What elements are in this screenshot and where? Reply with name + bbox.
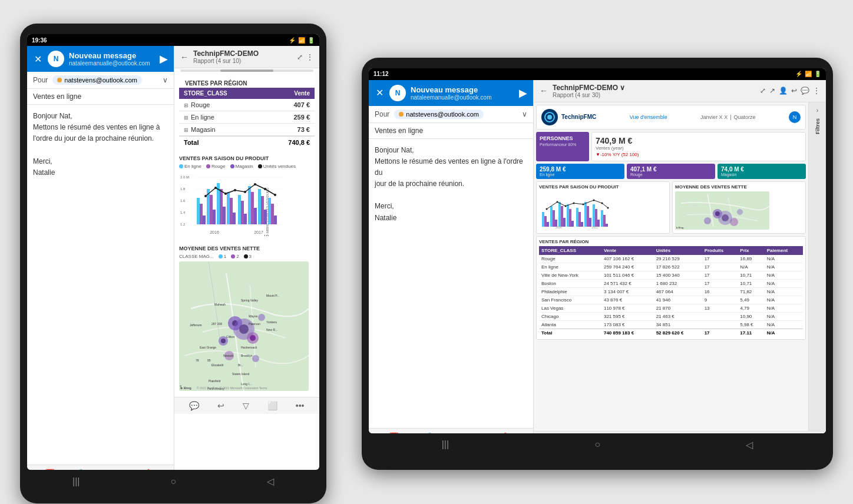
detail-row-boston[interactable]: Boston 24 571 432 € 1 680 232 17 10,71 N… (539, 279, 803, 287)
more-icon-large[interactable]: ⋮ (813, 87, 820, 95)
detail-row-enligne[interactable]: En ligne 259 764 240 € 17 826 522 17 N/A… (539, 263, 803, 271)
detail-row-atlanta[interactable]: Atlanta 173 083 € 34 851 5,98 € N/A (539, 320, 803, 329)
attach-icon[interactable]: 📎 (78, 469, 88, 470)
recipient-chip[interactable]: natstevens@outlook.com (52, 75, 142, 85)
compose-send-button-large[interactable]: ▶ (519, 87, 527, 100)
more-icon[interactable]: ⋮ (306, 53, 313, 61)
attach-icon-large[interactable]: 📎 (427, 432, 437, 433)
legend-unites: Unités vendues (258, 164, 296, 169)
compose-body: Bonjour Nat, Mettons le résumé des vente… (27, 105, 174, 465)
calendar-icon-large[interactable]: 📅 (389, 432, 399, 433)
tablet-small: 19:36 ⚡ 📶 🔋 ✕ N Nouveau message nataleem… (20, 24, 326, 503)
row-produits: 17 (702, 263, 738, 271)
body-greeting: Bonjour Nat, (33, 111, 168, 122)
kpi-personnes-label: PERSONNES (540, 135, 586, 141)
detail-row-newyork[interactable]: Ville de New-York 101 511 046 € 15 400 3… (539, 271, 803, 279)
svg-rect-92 (569, 209, 571, 227)
svg-text:Wayne: Wayne (249, 314, 258, 318)
svg-rect-105 (606, 224, 608, 227)
svg-point-40 (254, 183, 256, 185)
map-title: MOYENNE DES VENTES NETTE (179, 246, 315, 251)
table-row[interactable]: ⊞Rouge 407 € (179, 99, 315, 111)
kpi-secondary-row: 259,8 M € En ligne 407,1 M € Rouge 74,0 … (536, 164, 806, 179)
compose-body-large: Bonjour Nat, Mettons le résumé des vente… (369, 139, 533, 428)
status-icons-large: ⚡ 📶 🔋 (795, 71, 821, 77)
svg-text:Mount P...: Mount P... (266, 294, 279, 297)
svg-point-55 (252, 355, 259, 362)
compose-close-button-large[interactable]: ✕ (375, 86, 385, 100)
filters-panel[interactable]: › Filtres (808, 102, 826, 431)
row-class: San Francisco (539, 296, 601, 304)
nav-menu-icon-large[interactable]: ||| (442, 439, 449, 450)
row-unites: 29 216 529 (654, 255, 702, 263)
compose-to-field[interactable]: Pour natstevens@outlook.com ∨ (27, 72, 174, 89)
status-icons-small: ⚡ 📶 🔋 (289, 37, 315, 44)
view-toggle[interactable]: Vue d'ensemble (630, 114, 667, 120)
expand-icon[interactable]: ⤢ (297, 53, 303, 61)
expand-icon-large[interactable]: ⤢ (760, 87, 766, 95)
share-icon[interactable]: ↗ (769, 87, 775, 95)
filter-icon[interactable]: ▽ (243, 401, 249, 410)
svg-rect-95 (578, 212, 581, 227)
scroll-indicator (180, 69, 313, 72)
camera-icon-large[interactable]: 📷 (465, 432, 475, 433)
comment-icon[interactable]: 💬 (801, 87, 809, 95)
svg-text:Spring Valley: Spring Valley (241, 299, 259, 302)
svg-text:Newark: Newark (223, 354, 233, 357)
camera-icon[interactable]: 📷 (113, 469, 123, 470)
nav-menu-icon[interactable]: ||| (72, 476, 80, 487)
report-title-group-large: TechnipFMC-DEMO ∨ Rapport (4 sur 30) (553, 84, 755, 98)
calendar-icon[interactable]: 📅 (45, 469, 55, 470)
nav-back-icon[interactable]: ◁ (267, 476, 274, 487)
detail-table-container: VENTES PAR RÉGION STORE_CLASS Vente Unit… (536, 236, 806, 340)
compose-subject[interactable]: Ventes en ligne (27, 89, 174, 105)
draw-icon[interactable]: ✏️ (146, 469, 156, 470)
report-title-group: TechnipFMC-DEMO Rapport (4 sur 10) (193, 49, 292, 64)
svg-text:Mahwah: Mahwah (214, 303, 226, 306)
legend-dot-unites (258, 164, 262, 168)
undo-icon[interactable]: ↩ (791, 87, 797, 95)
svg-text:1.2: 1.2 (180, 223, 186, 226)
export-icon[interactable]: ⬜ (267, 401, 277, 410)
compose-send-button[interactable]: ▶ (160, 52, 168, 65)
table-row[interactable]: ⊞Magasin 73 € (179, 124, 315, 137)
user-icon[interactable]: 👤 (779, 87, 788, 95)
row-label: ⊞Rouge (179, 99, 265, 111)
date-filter: Janvier X X | Quatorze (700, 114, 755, 120)
compose-to-field-large[interactable]: Pour natstevens@outlook.com ∨ (369, 106, 533, 123)
compose-title-large: Nouveau message (411, 85, 514, 94)
table-row[interactable]: ⊞En ligne 259 € (179, 111, 315, 124)
detail-row-rouge[interactable]: Rouge 407 106 162 € 29 216 529 17 16,89 … (539, 255, 803, 263)
recipient-avatar-dot-large (399, 112, 404, 117)
back-button[interactable]: ← (180, 52, 189, 62)
kpi-main-change: ▼-10% Y/Y (52 100) (596, 152, 802, 157)
expand-icon-row: ⊞ (184, 102, 189, 108)
chat-icon[interactable]: 💬 (189, 401, 199, 410)
col-header-class: STORE_CLASS (179, 88, 265, 99)
svg-rect-34 (274, 215, 277, 224)
legend-dot-2: 2 (231, 254, 239, 259)
compose-close-button[interactable]: ✕ (33, 52, 43, 66)
detail-row-lv[interactable]: Las Vegas 110 978 € 21 870 13 4,79 N/A (539, 304, 803, 312)
body-signature: Natalie (33, 167, 168, 178)
filter-arrow[interactable]: › (816, 107, 818, 114)
detail-sales-table: STORE_CLASS Vente Unités Produits Prix P… (539, 246, 803, 337)
report-main: TechnipFMC Vue d'ensemble Janvier X X | … (534, 102, 808, 431)
svg-rect-93 (571, 221, 574, 227)
detail-row-phila[interactable]: Philadelphie 3 134 007 € 467 064 16 71,8… (539, 287, 803, 296)
detail-row-sf[interactable]: San Francisco 43 876 € 41 946 9 5,49 N/A (539, 296, 803, 304)
compose-subject-large[interactable]: Ventes en ligne (369, 123, 533, 139)
refresh-icon[interactable]: ↩ (217, 401, 224, 410)
svg-rect-11 (197, 198, 200, 224)
detail-row-chicago[interactable]: Chicago 321 595 € 21 463 € 10,90 N/A (539, 312, 803, 320)
nav-back-icon-large[interactable]: ◁ (746, 439, 753, 450)
nav-home-icon-large[interactable]: ○ (594, 439, 600, 450)
draw-icon-large[interactable]: ✏️ (503, 432, 513, 433)
col-produits: Produits (702, 246, 738, 255)
total-label-large: Total (539, 329, 601, 337)
recipient-chip-large[interactable]: natstevens@outlook.com (394, 110, 484, 119)
chevron-down-icon: ∨ (163, 76, 168, 84)
nav-home-icon[interactable]: ○ (170, 476, 176, 487)
back-button-large[interactable]: ← (540, 86, 548, 95)
more-icon[interactable]: ••• (296, 401, 305, 410)
